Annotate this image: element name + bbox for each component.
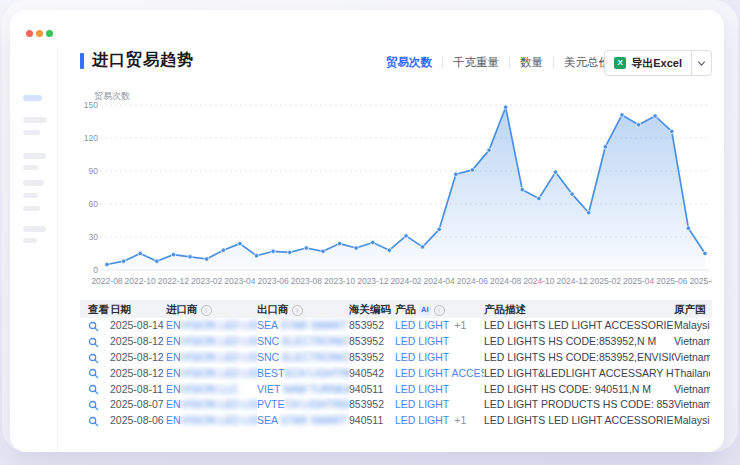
table-row: 2025-08-12ENVISION LED LIGHTING I...BEST… (80, 366, 712, 382)
data-point[interactable] (703, 251, 707, 255)
product-link[interactable]: LED LIGHT+1 (395, 413, 484, 429)
data-point[interactable] (470, 168, 474, 172)
data-point[interactable] (238, 241, 242, 245)
data-point[interactable] (503, 105, 507, 109)
data-point[interactable] (686, 226, 690, 230)
view-detail-button[interactable] (80, 334, 110, 350)
product-link[interactable]: LED LIGHT (395, 397, 484, 413)
sidebar-divider (57, 48, 58, 452)
data-point[interactable] (387, 248, 391, 252)
redacted-text: ELECTRONICS (279, 351, 349, 363)
window-controls (26, 30, 53, 37)
x-tick-label: 2022-12 (158, 276, 189, 286)
data-point[interactable] (138, 251, 142, 255)
product-link[interactable]: LED LIGHT (395, 350, 484, 366)
info-icon[interactable]: i (292, 305, 303, 316)
sidebar-item[interactable] (23, 226, 46, 232)
tab-3[interactable]: 数量 (520, 55, 543, 70)
sidebar-item-active[interactable] (23, 95, 42, 101)
data-point[interactable] (437, 227, 441, 231)
data-point[interactable] (404, 234, 408, 238)
sidebar-item[interactable] (23, 130, 40, 135)
view-detail-button[interactable] (80, 318, 110, 334)
tab-4[interactable]: 美元总价 (564, 55, 610, 70)
exporter-link[interactable]: VIET NAM TURNKASE (257, 382, 349, 398)
data-point[interactable] (188, 255, 192, 259)
sidebar-item[interactable] (23, 238, 37, 243)
data-point[interactable] (271, 249, 275, 253)
sidebar-item[interactable] (23, 193, 38, 198)
trend-area-chart[interactable]: 03060901201502022-082022-102022-122023-0… (80, 98, 712, 290)
data-point[interactable] (171, 252, 175, 256)
y-tick-label: 30 (89, 232, 99, 242)
data-point[interactable] (636, 123, 640, 127)
data-point[interactable] (570, 192, 574, 196)
importer-link[interactable]: ENVISION LED LIGHTING I... (166, 318, 257, 334)
data-point[interactable] (105, 262, 109, 266)
exporter-link[interactable]: SEA STAR SMART TECH ... (257, 413, 349, 429)
data-point[interactable] (553, 170, 557, 174)
exporter-link[interactable]: SEA STAR SMART TECH ... (257, 318, 349, 334)
data-point[interactable] (587, 211, 591, 215)
maximize-window-icon[interactable] (46, 30, 53, 37)
data-point[interactable] (603, 145, 607, 149)
data-point[interactable] (221, 248, 225, 252)
sidebar-item[interactable] (23, 180, 44, 186)
view-detail-button[interactable] (80, 350, 110, 366)
product-link[interactable]: LED LIGHT+1 (395, 318, 484, 334)
data-point[interactable] (288, 250, 292, 254)
importer-link[interactable]: ENVISION LED LIGHTING I... (166, 366, 257, 382)
data-point[interactable] (620, 113, 624, 117)
export-dropdown-button[interactable] (691, 51, 711, 75)
exporter-link[interactable]: SNC ELECTRONICS VIET... (257, 350, 349, 366)
product-link[interactable]: LED LIGHT ACCESSORY (395, 366, 484, 382)
minimize-window-icon[interactable] (36, 30, 43, 37)
view-detail-button[interactable] (80, 397, 110, 413)
data-point[interactable] (254, 254, 258, 258)
data-point[interactable] (337, 241, 341, 245)
more-products-badge[interactable]: +1 (454, 319, 466, 331)
ai-badge: AI (419, 305, 431, 315)
product-link[interactable]: LED LIGHT (395, 382, 484, 398)
tab-2[interactable]: 千克重量 (453, 55, 499, 70)
sidebar-item[interactable] (23, 165, 38, 170)
view-detail-button[interactable] (80, 413, 110, 429)
data-point[interactable] (420, 245, 424, 249)
data-point[interactable] (321, 249, 325, 253)
data-point[interactable] (537, 196, 541, 200)
data-point[interactable] (204, 257, 208, 261)
exporter-link[interactable]: SNC ELECTRONICS VIET... (257, 334, 349, 350)
sidebar-item[interactable] (23, 117, 47, 123)
tab-1[interactable]: 贸易次数 (386, 55, 432, 70)
data-point[interactable] (653, 114, 657, 118)
exporter-link[interactable]: BESTECH LIGHTING THA... (257, 366, 349, 382)
close-window-icon[interactable] (26, 30, 33, 37)
data-point[interactable] (354, 246, 358, 250)
importer-link[interactable]: ENVISION LED LIGHTING I... (166, 334, 257, 350)
date-cell: 2025-08-12 (110, 350, 166, 366)
data-point[interactable] (454, 172, 458, 176)
view-detail-button[interactable] (80, 366, 110, 382)
date-cell: 2025-08-07 (110, 397, 166, 413)
sidebar-item[interactable] (23, 153, 46, 159)
importer-link[interactable]: ENVISION LED LIGHTING I... (166, 397, 257, 413)
export-excel-button[interactable]: X 导出Excel (605, 51, 691, 75)
data-point[interactable] (304, 246, 308, 250)
info-icon[interactable]: i (434, 305, 445, 316)
x-tick-label: 2024-10 (523, 276, 554, 286)
product-link[interactable]: LED LIGHT (395, 334, 484, 350)
sidebar-item[interactable] (23, 206, 40, 211)
data-point[interactable] (371, 240, 375, 244)
data-point[interactable] (670, 129, 674, 133)
data-point[interactable] (487, 148, 491, 152)
data-point[interactable] (121, 259, 125, 263)
view-detail-button[interactable] (80, 382, 110, 398)
more-products-badge[interactable]: +1 (454, 414, 466, 426)
data-point[interactable] (155, 259, 159, 263)
info-icon[interactable]: i (201, 305, 212, 316)
importer-link[interactable]: ENVISION LED LIGHTING I... (166, 413, 257, 429)
exporter-link[interactable]: PVTECH LIGHTING NEW VI... (257, 397, 349, 413)
importer-link[interactable]: ENVISION LED LIGHTING I... (166, 350, 257, 366)
data-point[interactable] (520, 188, 524, 192)
importer-link[interactable]: ENVISION LLC (166, 382, 257, 398)
